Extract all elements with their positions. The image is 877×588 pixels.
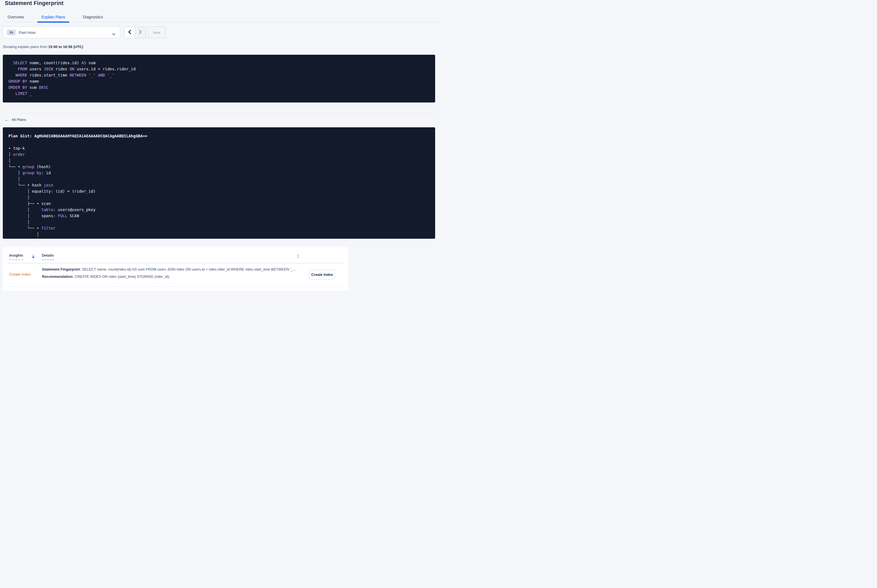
next-time-button[interactable] bbox=[135, 27, 146, 38]
chevron-down-icon bbox=[112, 32, 116, 37]
statement-fingerprint-page: Statement Fingerprint Overview Explain P… bbox=[0, 0, 438, 294]
statement-fingerprint-value: SELECT name, count(rides.id) AS sum FROM… bbox=[81, 267, 296, 272]
tab-explain-plans[interactable]: Explain Plans bbox=[37, 12, 69, 22]
details-column-header[interactable]: Details bbox=[42, 253, 54, 260]
tab-diagnostics[interactable]: Diagnostics bbox=[78, 12, 107, 22]
table-header-divider bbox=[8, 263, 343, 263]
showing-plans-caption: Showing explain plans from 15:00 to 16:5… bbox=[3, 45, 83, 49]
sort-asc-icon bbox=[297, 254, 299, 256]
tab-explain-plans-label: Explain Plans bbox=[41, 15, 65, 19]
time-range-badge: 1h bbox=[7, 30, 16, 35]
create-index-button[interactable]: Create Index bbox=[309, 270, 335, 279]
sort-desc-icon bbox=[32, 256, 35, 258]
page-title: Statement Fingerprint bbox=[5, 0, 63, 6]
sql-statement-block: SELECT name, count(rides.id) AS sum FROM… bbox=[3, 55, 435, 102]
insights-table: Insights Details Create Index Statement … bbox=[3, 247, 348, 291]
tab-overview[interactable]: Overview bbox=[3, 12, 28, 22]
details-header-label: Details bbox=[42, 253, 54, 260]
insights-column-header[interactable]: Insights bbox=[9, 253, 23, 260]
recommendation-label: Recommendation: bbox=[42, 274, 74, 279]
sort-asc-icon bbox=[32, 254, 35, 256]
sort-desc-icon bbox=[297, 256, 299, 258]
time-range-select[interactable]: 1h Past Hour bbox=[3, 27, 120, 38]
sort-arrows-icon[interactable] bbox=[297, 254, 299, 258]
caption-time-range: 15:00 to 16:59 (UTC) bbox=[48, 45, 83, 49]
statement-fingerprint-detail: Statement Fingerprint: SELECT name, coun… bbox=[42, 267, 303, 272]
now-button[interactable]: Now bbox=[148, 27, 165, 38]
active-tab-underline bbox=[37, 21, 69, 22]
prev-time-button[interactable] bbox=[124, 27, 135, 38]
caption-prefix: Showing explain plans from bbox=[3, 45, 48, 49]
create-index-insight-link[interactable]: Create Index bbox=[9, 272, 31, 276]
time-range-label: Past Hour bbox=[19, 30, 36, 34]
time-controls: 1h Past Hour Now bbox=[0, 27, 438, 38]
chevron-left-icon bbox=[128, 30, 131, 35]
recommendation-value: CREATE INDEX ON rides (start_time) STORI… bbox=[74, 274, 170, 279]
insights-header-label: Insights bbox=[9, 253, 23, 260]
statement-fingerprint-label: Statement Fingerprint: bbox=[42, 267, 81, 272]
tab-bar: Overview Explain Plans Diagnostics bbox=[3, 12, 438, 22]
tab-diagnostics-label: Diagnostics bbox=[83, 15, 103, 19]
time-pager bbox=[124, 27, 146, 38]
tab-overview-label: Overview bbox=[8, 15, 24, 19]
table-row-divider bbox=[8, 286, 343, 287]
all-plans-label: All Plans bbox=[12, 117, 26, 122]
details-cell: Statement Fingerprint: SELECT name, coun… bbox=[42, 267, 303, 279]
plan-gist-text: Plan Gist: AgHUAQIABQAAAAHYAQIAiAEAAAADC… bbox=[3, 128, 435, 243]
sort-arrows-icon[interactable] bbox=[32, 254, 35, 258]
all-plans-back-link[interactable]: ← All Plans bbox=[5, 117, 26, 122]
plan-gist-block: Plan Gist: AgHUAQIABQAAAAHYAQIAiAEAAAADC… bbox=[3, 128, 435, 239]
sql-statement-text: SELECT name, count(rides.id) AS sum FROM… bbox=[3, 55, 435, 97]
arrow-left-icon: ← bbox=[5, 117, 9, 122]
chevron-right-icon bbox=[138, 30, 142, 35]
recommendation-detail: Recommendation: CREATE INDEX ON rides (s… bbox=[42, 274, 303, 279]
